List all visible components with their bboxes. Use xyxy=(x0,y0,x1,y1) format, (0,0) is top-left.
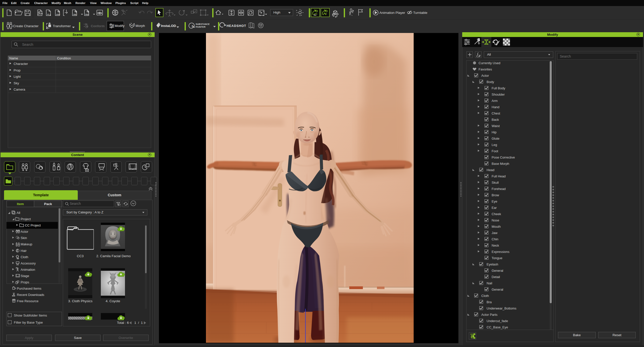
svg-text:Animation Player: Animation Player xyxy=(379,11,405,15)
svg-text:High: High xyxy=(273,11,280,14)
svg-text:SUBSTANCE: SUBSTANCE xyxy=(196,23,210,25)
svg-text:InstaLOD: InstaLOD xyxy=(161,24,176,28)
svg-text:PAINTER: PAINTER xyxy=(196,26,205,28)
svg-text:IC: IC xyxy=(47,13,49,16)
svg-text:S: S xyxy=(192,25,193,28)
svg-text:Morph: Morph xyxy=(136,24,145,28)
svg-text:OBJ: OBJ xyxy=(73,13,77,16)
svg-text:Transformer: Transformer xyxy=(53,24,71,28)
svg-text:Conform: Conform xyxy=(91,24,105,28)
svg-text:FBX: FBX xyxy=(85,13,89,16)
svg-text:Create Character: Create Character xyxy=(13,24,39,28)
svg-text:Modify: Modify xyxy=(115,24,124,28)
svg-text:Turntable: Turntable xyxy=(413,11,427,15)
svg-text:HEADSHOT: HEADSHOT xyxy=(227,24,246,28)
svg-text:USD: USD xyxy=(56,13,60,16)
